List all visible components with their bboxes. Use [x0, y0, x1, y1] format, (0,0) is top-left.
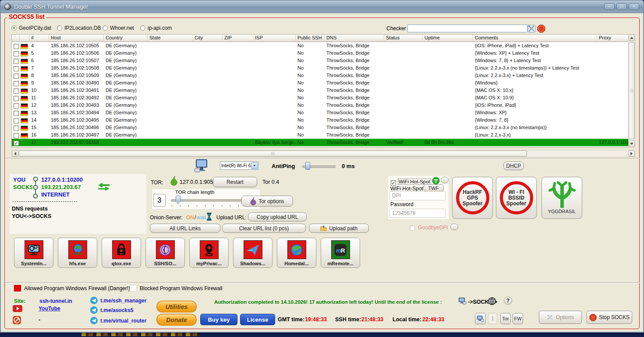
wifi-hotspot-checkbox-label[interactable]: WiFi Hot-Spot	[398, 179, 431, 184]
license-button[interactable]: License	[240, 314, 275, 325]
table-row[interactable]: 14185.186.26.102:30495DE (Germany)NoThro…	[12, 116, 628, 124]
wifi-password-input[interactable]: 12345678	[389, 209, 446, 218]
fw-toggle-button[interactable]: FW	[513, 313, 523, 324]
clear-url-list-button[interactable]: Clear URL list (0 pcs)	[222, 224, 306, 233]
app-button-ssh-so[interactable]: SSH/SO...	[145, 238, 185, 268]
telegram-icon[interactable]	[90, 306, 98, 316]
telegram-link-asocks5[interactable]: t.me/asocks5	[100, 307, 133, 313]
upload-path-button[interactable]: Upload path	[309, 224, 369, 233]
radio-whoer[interactable]: Whoer.net	[103, 25, 134, 31]
table-row[interactable]: 16185.186.26.102:30497DE (Germany)NoThro…	[12, 131, 628, 139]
yggdrasil-button[interactable]: YGGDRASIL	[541, 177, 582, 219]
rocket-icon[interactable]	[13, 316, 21, 326]
titlebar[interactable]: Double SSH Tunnel Manager – □ ×	[0, 0, 644, 13]
close-button[interactable]: ×	[629, 3, 639, 10]
help-button[interactable]: ?	[504, 297, 512, 305]
app-button-hfs-exe[interactable]: hfs.exe	[58, 238, 97, 268]
row-checkbox[interactable]	[14, 51, 19, 56]
wifi-extra-button[interactable]	[441, 177, 449, 183]
telegram-link-ssh-manager[interactable]: t.me/ssh_manager	[100, 298, 146, 304]
app-button-myprivac[interactable]: myPrivac...	[189, 238, 229, 268]
chevron-down-icon[interactable]	[251, 162, 258, 169]
row-checkbox[interactable]	[14, 66, 19, 71]
telegram-icon[interactable]	[90, 317, 98, 326]
row-checkbox[interactable]	[14, 59, 19, 64]
stop-socks-button[interactable]: Stop SOCKS	[587, 311, 632, 324]
app-button-systemin[interactable]: SystemIn...	[14, 238, 53, 268]
youtube-icon[interactable]	[13, 305, 22, 314]
app-button-homedal[interactable]: Homedal...	[277, 238, 316, 268]
table-row[interactable]: 5185.186.26.102:10506DE (Germany)NoThrow…	[12, 49, 628, 57]
column-header-host[interactable]: Host	[49, 35, 104, 42]
column-header-comments[interactable]: Comments	[473, 35, 597, 42]
row-checkbox[interactable]	[14, 74, 19, 79]
utilities-button[interactable]: Utilities	[156, 301, 197, 312]
donate-button[interactable]: Donate	[156, 314, 197, 326]
telegram-icon[interactable]	[90, 297, 98, 306]
radio-ip2location[interactable]: IP2Location.DB	[57, 25, 101, 31]
adapter-select[interactable]: Intel(R) Wi-Fi 6 A	[220, 161, 258, 170]
app-button-qtox-exe[interactable]: qtox.exe	[102, 238, 141, 268]
minimize-button[interactable]: –	[604, 3, 615, 10]
tor-toggle-button[interactable]: Tor	[500, 313, 511, 324]
table-row[interactable]: 13185.186.26.102:30494DE (Germany)NoThro…	[12, 109, 628, 116]
row-checkbox[interactable]	[14, 126, 19, 131]
row-checkbox[interactable]	[14, 81, 19, 86]
table-row[interactable]: 6185.186.26.102:10507DE (Germany)NoThrow…	[12, 57, 628, 64]
tor-restart-button[interactable]: Restart	[213, 177, 257, 187]
tor-chain-value[interactable]: 3	[153, 194, 166, 207]
column-header-status[interactable]: Status	[384, 35, 423, 42]
wifi-bssid-spoofer-button[interactable]: WI - FIBSSIDSpoofer	[496, 177, 537, 219]
radio-geoipcity[interactable]: GeoIPCity.dat	[11, 25, 51, 31]
row-checkbox[interactable]: ✓	[14, 140, 19, 146]
wifi-ssid-input[interactable]: DPI	[389, 191, 446, 200]
table-row[interactable]: 10185.186.26.102:30491DE (Germany)NoThro…	[12, 87, 628, 94]
column-header-pssh[interactable]: Public SSH	[296, 35, 325, 42]
table-row[interactable]: 7185.186.26.102:10508DE (Germany)NoThrow…	[12, 64, 628, 72]
row-checkbox[interactable]	[14, 133, 19, 138]
network-mini-button[interactable]	[475, 313, 486, 324]
app-button-shadows[interactable]: Shadows...	[233, 238, 272, 268]
column-header-zip[interactable]: ZIP	[223, 35, 253, 42]
row-checkbox[interactable]	[14, 88, 19, 94]
maximize-button[interactable]: □	[616, 3, 627, 10]
tor-options-button[interactable]: Tor options	[241, 196, 293, 207]
site-link[interactable]: ssh-tunnel.in	[39, 298, 72, 304]
twf-button[interactable]: TWF	[423, 184, 444, 192]
row-checkbox[interactable]	[14, 111, 19, 116]
table-row[interactable]: 4185.186.26.102:10505DE (Germany)NoThrow…	[12, 42, 628, 49]
row-checkbox[interactable]	[14, 118, 19, 123]
antiping-slider-thumb[interactable]	[305, 162, 310, 170]
column-header-city[interactable]: City	[193, 35, 223, 42]
column-header-uptime[interactable]: Uptime	[423, 35, 473, 42]
table-row[interactable]: 11185.186.26.102:30492DE (Germany)NoThro…	[12, 94, 628, 102]
radio-ipapi[interactable]: ip-api.com	[140, 25, 172, 31]
app-button-mremote[interactable]: mRmRemote...	[321, 238, 360, 268]
column-header-country[interactable]: Country	[104, 35, 148, 42]
row-checkbox[interactable]	[14, 44, 19, 49]
checker-tools-icon[interactable]	[527, 25, 536, 33]
column-header-state[interactable]: State	[148, 35, 193, 42]
goodbyedpi-checkbox[interactable]	[410, 225, 415, 231]
checker-input[interactable]	[407, 25, 527, 32]
table-row[interactable]: 9185.186.26.102:30490DE (Germany)NoThrow…	[12, 79, 628, 87]
telegram-link-virtual-router[interactable]: t.me/virtual_router	[100, 318, 146, 324]
copy-upload-url-button[interactable]: Copy upload URL	[248, 212, 307, 221]
row-checkbox[interactable]	[14, 96, 19, 101]
table-row[interactable]: ✓17193.221.203.67:16318Baykov Ilya Serge…	[12, 139, 628, 146]
row-checkbox[interactable]	[14, 103, 19, 109]
column-header-isp[interactable]: ISP	[253, 35, 296, 42]
dhcp-button[interactable]: DHCP	[503, 161, 524, 170]
checker-stop-icon[interactable]	[537, 25, 545, 33]
wifi-hotspot-checkbox[interactable]: ✓	[391, 180, 396, 186]
buy-key-button[interactable]: Buy key	[200, 314, 237, 325]
youtube-link[interactable]: YouTube	[39, 305, 60, 312]
table-row[interactable]: 12185.186.26.102:30493DE (Germany)NoThro…	[12, 102, 628, 109]
column-header-dns[interactable]: DNS	[325, 35, 384, 42]
goodbyedpi-extra-button[interactable]	[450, 224, 458, 230]
table-row[interactable]: 15185.186.26.102:30496DE (Germany)NoThro…	[12, 124, 628, 131]
table-horizontal-scrollbar[interactable]	[11, 150, 635, 157]
options-button[interactable]: Options	[539, 311, 582, 324]
table-vertical-scrollbar[interactable]	[628, 34, 635, 147]
table-row[interactable]: 8185.186.26.102:10509DE (Germany)NoThrow…	[12, 72, 628, 79]
